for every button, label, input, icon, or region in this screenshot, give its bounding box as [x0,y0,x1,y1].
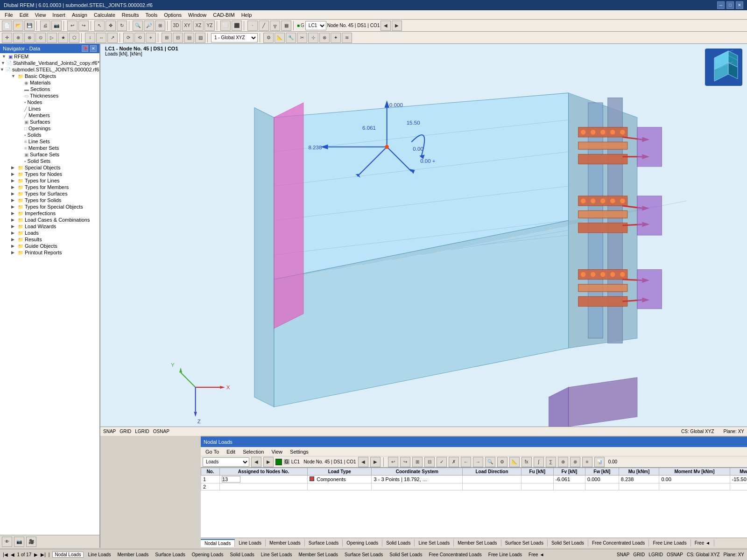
view-xy[interactable]: XY [182,21,192,31]
tb2-btn13[interactable]: ⌖ [146,33,156,43]
osnap-status[interactable]: OSNAP [667,552,683,557]
page-nav-last[interactable]: ▶| [41,552,46,557]
tree-results[interactable]: ▶ 📁 Results [0,236,99,243]
save-button[interactable]: 💾 [24,21,35,31]
tb2-btn18[interactable]: ⚙ [263,33,274,43]
nav-video-button[interactable]: 🎥 [26,537,36,547]
tab-memberset-indicator[interactable]: Member Set Loads [297,552,340,557]
ptb10[interactable]: ⚙ [497,457,507,467]
ptb12[interactable]: fx [521,457,532,467]
tab-nodal-loads[interactable]: Nodal Loads [201,539,235,547]
lgrid-status[interactable]: LGRID [648,552,663,557]
close-button[interactable]: ✕ [736,1,743,9]
cell-type[interactable]: Components [308,476,372,483]
lc-dropdown[interactable]: LC1 [305,21,326,30]
ptb17[interactable]: ≡ [582,457,592,467]
tb2-btn24[interactable]: ✦ [331,33,341,43]
ptb4[interactable]: ⊟ [424,457,435,467]
tb2-btn9[interactable]: ↔ [96,33,106,43]
tree-lines[interactable]: ╱ Lines [0,105,99,112]
member-tool[interactable]: ╦ [270,21,280,31]
tree-membersets[interactable]: ≡ Member Sets [0,145,99,151]
tb2-btn2[interactable]: ⊕ [13,33,23,43]
nav-close-button[interactable]: ✕ [90,45,97,52]
move-button[interactable]: ✥ [106,21,116,31]
tree-openings[interactable]: □ Openings [0,125,99,132]
tb2-btn11[interactable]: ⟳ [123,33,134,43]
tab-lineset-indicator[interactable]: Line Set Loads [259,552,294,557]
tree-nodes[interactable]: • Nodes [0,99,99,105]
ptb11[interactable]: 📐 [509,457,520,467]
line-tool[interactable]: ╱ [259,21,269,31]
page-nav-first[interactable]: |◀ [3,552,8,557]
cell-nodes[interactable] [219,476,307,483]
menu-insert[interactable]: Insert [49,11,68,19]
view-3d[interactable]: 3D [171,21,181,31]
tab-lineset-loads[interactable]: Line Set Loads [415,539,454,546]
tree-loadcases[interactable]: ▶ 📁 Load Cases & Combinations [0,217,99,223]
tb2-btn15[interactable]: ⊟ [173,33,183,43]
tab-member-loads[interactable]: Member Loads [266,539,305,546]
minimize-button[interactable]: ─ [717,1,725,9]
view-yz[interactable]: YZ [204,21,215,31]
screenshot-button[interactable]: 📷 [51,21,62,31]
snap-status[interactable]: SNAP [617,552,629,557]
tab-solid-indicator[interactable]: Solid Loads [228,552,256,557]
tab-opening-loads[interactable]: Opening Loads [343,539,382,546]
wire-frame[interactable]: ⬜ [220,21,231,31]
nav-camera-button[interactable]: 📷 [14,537,24,547]
tree-thicknesses[interactable]: ▭ Thicknesses [0,92,99,99]
tb2-btn22[interactable]: ⊹ [308,33,318,43]
undo-button[interactable]: ↩ [67,21,78,31]
tree-surfacesets[interactable]: ▣ Surface Sets [0,151,99,158]
grid-status[interactable]: GRID [633,552,645,557]
print-button[interactable]: 🖨 [40,21,50,31]
tree-loadwizards[interactable]: ▶ 📁 Load Wizards [0,223,99,230]
tab-surface-loads[interactable]: Surface Loads [305,539,343,546]
ptb3[interactable]: ⊞ [412,457,423,467]
snap-label[interactable]: SNAP [103,429,116,434]
redo-button[interactable]: ↪ [78,21,89,31]
panel-edit[interactable]: Edit [224,448,238,455]
panel-next2[interactable]: ▶ [370,457,381,467]
menu-edit[interactable]: Edit [17,11,31,19]
table-row[interactable]: 1 Components 3 - 3 Points | 18.792, ... … [201,476,747,483]
tb2-btn5[interactable]: ▷ [47,33,57,43]
osnap-label[interactable]: OSNAP [153,429,169,434]
ptb6[interactable]: ✗ [449,457,459,467]
ptb8[interactable]: → [473,457,483,467]
tab-surface-indicator[interactable]: Surface Loads [153,552,187,557]
zoom-out[interactable]: 🔎 [144,21,154,31]
new-button[interactable]: 📄 [2,21,12,31]
nav-pin-button[interactable]: 📌 [82,45,88,52]
panel-prev2[interactable]: ◀ [358,457,368,467]
tb2-btn20[interactable]: 🔧 [286,33,296,43]
grid-label[interactable]: GRID [120,429,131,434]
tab-freeconc-indicator[interactable]: Free Concentrated Loads [427,552,483,557]
zoom-fit[interactable]: ⊞ [155,21,165,31]
tb2-btn21[interactable]: ✂ [297,33,307,43]
lgrid-label[interactable]: LGRID [135,429,149,434]
tab-nodal-indicator[interactable]: Nodal Loads [52,552,83,558]
menu-results[interactable]: Results [119,11,142,19]
ptb15[interactable]: ⊕ [558,457,568,467]
tree-basic[interactable]: ▼ 📁 Basic Objects [0,73,99,79]
tree-sections[interactable]: ▬ Sections [0,86,99,92]
solid-view[interactable]: ⬛ [232,21,242,31]
tree-typesnodes[interactable]: ▶ 📁 Types for Nodes [0,171,99,177]
menu-view[interactable]: View [32,11,49,19]
tab-freeconc-loads[interactable]: Free Concentrated Loads [588,539,649,546]
tb2-btn14[interactable]: ⊞ [162,33,172,43]
menu-cad-bim[interactable]: CAD-BIM [210,11,237,19]
ptb9[interactable]: 🔍 [485,457,495,467]
restore-button[interactable]: □ [726,1,734,9]
tb2-btn19[interactable]: 📐 [275,33,285,43]
tb2-btn1[interactable]: ✛ [2,33,12,43]
node-tool[interactable]: · [247,21,258,31]
tree-imperfections[interactable]: ▶ 📁 Imperfections [0,210,99,217]
page-nav-prev[interactable]: ◀ [11,552,14,557]
tb2-btn23[interactable]: ⊗ [319,33,330,43]
menu-tools[interactable]: Tools [142,11,160,19]
select-button[interactable]: ↖ [94,21,105,31]
tab-solidset-indicator[interactable]: Solid Set Loads [388,552,424,557]
